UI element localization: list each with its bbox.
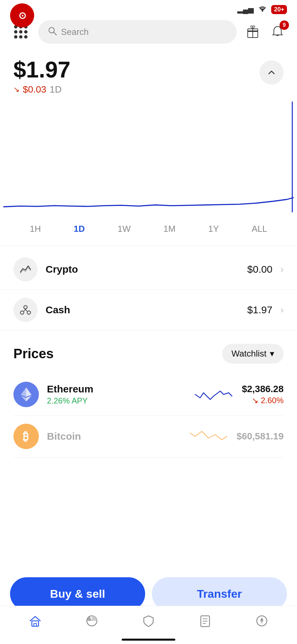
ethereum-list-item[interactable]: Ethereum 2.26% APY $2,386.28 ↘ 2.60% xyxy=(13,374,284,416)
prices-title: Prices xyxy=(13,346,54,361)
signal-icon: ▂▄▅ xyxy=(237,5,254,14)
collapse-button[interactable] xyxy=(259,60,284,85)
prices-header: Prices Watchlist ▾ xyxy=(13,344,284,364)
portfolio-icon xyxy=(85,614,99,631)
svg-marker-14 xyxy=(26,396,32,401)
portfolio-value: $1.97 xyxy=(13,57,70,82)
notification-button[interactable]: 9 xyxy=(268,22,287,41)
time-filter-1m[interactable]: 1M xyxy=(158,221,181,237)
crypto-holding-value: $0.00 xyxy=(247,264,273,275)
time-filter-1d[interactable]: 1D xyxy=(68,221,90,237)
prices-section: Prices Watchlist ▾ Ethereum 2.26% APY $2… xyxy=(0,334,297,464)
crypto-holding-item[interactable]: Crypto $0.00 › xyxy=(0,249,297,290)
activity-icon xyxy=(198,614,212,631)
wifi-icon xyxy=(258,5,267,14)
change-direction-icon: ↘ xyxy=(13,85,19,94)
bitcoin-sparkline xyxy=(188,426,229,446)
cash-holding-value: $1.97 xyxy=(247,304,273,316)
nav-discover[interactable] xyxy=(248,611,275,634)
bitcoin-price: $60,581.19 xyxy=(237,431,284,442)
crypto-chevron-icon: › xyxy=(281,264,284,275)
time-filter-1w[interactable]: 1W xyxy=(112,221,136,237)
crypto-icon xyxy=(13,257,38,281)
ethereum-apy: 2.26% APY xyxy=(47,396,185,406)
status-bar: ⊙ ▂▄▅ 20+ xyxy=(0,0,297,17)
svg-point-0 xyxy=(262,10,263,12)
svg-text:₿: ₿ xyxy=(23,430,28,443)
cash-chevron-icon: › xyxy=(281,305,284,315)
ethereum-price: $2,386.28 xyxy=(242,384,284,394)
time-filter-1h[interactable]: 1H xyxy=(24,221,46,237)
ethereum-change: ↘ 2.60% xyxy=(242,396,284,405)
time-filter-all[interactable]: ALL xyxy=(246,221,273,237)
bitcoin-list-item[interactable]: ₿ Bitcoin $60,581.19 xyxy=(13,416,284,458)
watchlist-button[interactable]: Watchlist ▾ xyxy=(222,344,284,364)
ethereum-prices: $2,386.28 ↘ 2.60% xyxy=(242,384,284,405)
app-logo: ⊙ xyxy=(10,3,34,28)
nav-security[interactable] xyxy=(135,611,162,634)
bottom-nav xyxy=(0,606,297,644)
search-bar[interactable]: Search xyxy=(38,20,237,44)
svg-line-2 xyxy=(54,32,56,35)
watchlist-label: Watchlist xyxy=(232,348,267,359)
ethereum-sparkline xyxy=(193,384,234,405)
portfolio-section: $1.97 ↘ $0.03 1D xyxy=(0,50,297,98)
top-nav: Search 9 xyxy=(0,17,297,50)
gift-button[interactable] xyxy=(243,22,262,41)
shield-icon xyxy=(142,614,155,631)
ethereum-logo xyxy=(13,382,39,407)
crypto-holding-name: Crypto xyxy=(46,264,239,275)
svg-marker-15 xyxy=(21,396,26,401)
bitcoin-prices: $60,581.19 xyxy=(237,431,284,442)
home-indicator xyxy=(122,639,175,641)
nav-home[interactable] xyxy=(22,611,49,634)
svg-point-9 xyxy=(27,311,31,314)
bitcoin-info: Bitcoin xyxy=(47,431,180,442)
nav-portfolio[interactable] xyxy=(78,611,105,634)
time-filter-1y[interactable]: 1Y xyxy=(203,221,224,237)
search-placeholder-text: Search xyxy=(61,27,88,37)
cash-holding-name: Cash xyxy=(46,304,239,316)
nav-activity[interactable] xyxy=(192,611,219,634)
target-logo-icon: ⊙ xyxy=(10,3,34,28)
watchlist-chevron-icon: ▾ xyxy=(270,348,274,359)
svg-point-27 xyxy=(261,620,262,622)
battery-indicator: 20+ xyxy=(271,5,287,14)
price-chart xyxy=(0,98,297,212)
notification-count-badge: 9 xyxy=(280,20,289,30)
nav-icon-group: 9 xyxy=(243,22,287,41)
search-icon xyxy=(48,26,57,38)
svg-marker-12 xyxy=(26,387,32,397)
svg-point-8 xyxy=(20,311,24,314)
svg-marker-13 xyxy=(21,387,26,397)
change-period: 1D xyxy=(50,84,62,95)
portfolio-change: ↘ $0.03 1D xyxy=(13,84,70,95)
change-amount: $0.03 xyxy=(23,84,46,95)
ethereum-name: Ethereum xyxy=(47,383,185,395)
compass-icon xyxy=(255,614,269,631)
ethereum-info: Ethereum 2.26% APY xyxy=(47,383,185,406)
time-filter-bar: 1H 1D 1W 1M 1Y ALL xyxy=(0,212,297,246)
holdings-section: Crypto $0.00 › Cash $1.97 › xyxy=(0,246,297,334)
cash-icon xyxy=(13,298,38,322)
bitcoin-logo: ₿ xyxy=(13,424,39,449)
home-icon xyxy=(28,614,42,631)
cash-holding-item[interactable]: Cash $1.97 › xyxy=(0,290,297,330)
bitcoin-name: Bitcoin xyxy=(47,431,180,442)
